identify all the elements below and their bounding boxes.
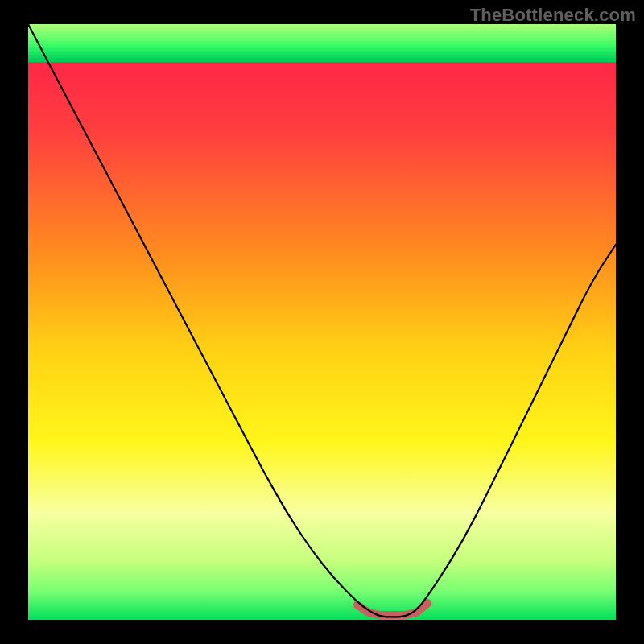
- bottom-stripe: [28, 38, 616, 42]
- chart-svg: [0, 0, 644, 644]
- chart-container: TheBottleneck.com: [0, 0, 644, 644]
- bottom-stripe: [28, 58, 616, 62]
- bottom-stripe: [28, 27, 616, 31]
- bottom-stripe: [28, 44, 616, 48]
- bottom-stripe: [28, 31, 616, 35]
- bottom-stripe: [28, 41, 616, 45]
- chart-plot-bg: [28, 24, 616, 620]
- bottom-stripe: [28, 55, 616, 59]
- bottom-stripe: [28, 48, 616, 52]
- bottom-stripe: [28, 35, 616, 39]
- bottom-stripe: [28, 52, 616, 56]
- watermark-text: TheBottleneck.com: [470, 5, 636, 26]
